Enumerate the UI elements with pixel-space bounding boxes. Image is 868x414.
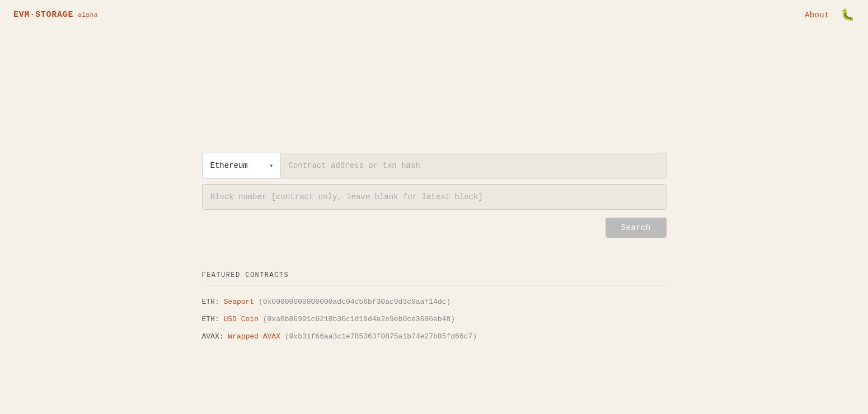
featured-title: FEATURED CONTRACTS — [202, 271, 667, 279]
contract-name-0[interactable]: Seaport — [224, 298, 255, 306]
about-link[interactable]: About — [805, 11, 829, 20]
logo-evm: EVM — [13, 10, 30, 20]
logo-text: EVM·STORAGE — [13, 10, 73, 20]
featured-divider — [202, 285, 667, 285]
network-select-wrapper: Ethereum Avalanche Polygon Binance Smart… — [202, 153, 280, 178]
header-right: About 🐛 — [805, 8, 855, 22]
main-content: Ethereum Avalanche Polygon Binance Smart… — [0, 30, 868, 348]
block-number-input[interactable] — [202, 184, 667, 210]
featured-section: FEATURED CONTRACTS ETH: Seaport (0x00000… — [202, 271, 667, 348]
search-area: Ethereum Avalanche Polygon Binance Smart… — [202, 153, 667, 238]
logo-area: EVM·STORAGE alpha — [13, 10, 98, 20]
header: EVM·STORAGE alpha About 🐛 — [0, 0, 868, 30]
bug-icon[interactable]: 🐛 — [841, 8, 855, 22]
search-button-row: Search — [202, 218, 667, 238]
list-item: ETH: USD Coin (0xa0b86991c6218b36c1d19d4… — [202, 314, 667, 326]
contract-address-0: (0x00000000000000adc04c56bf30ac9d3c0aaf1… — [259, 298, 451, 306]
logo-storage: STORAGE — [35, 10, 73, 20]
search-row-top: Ethereum Avalanche Polygon Binance Smart… — [202, 153, 667, 178]
address-input[interactable] — [280, 153, 667, 178]
contract-chain-2: AVAX: — [202, 332, 228, 341]
list-item: AVAX: Wrapped AVAX (0xb31f66aa3c1e785363… — [202, 331, 667, 343]
contract-chain-1: ETH: — [202, 315, 224, 323]
contract-chain-0: ETH: — [202, 298, 224, 306]
contract-name-2[interactable]: Wrapped AVAX — [228, 332, 280, 341]
list-item: ETH: Seaport (0x00000000000000adc04c56bf… — [202, 297, 667, 308]
logo-separator: · — [30, 10, 35, 20]
search-button[interactable]: Search — [606, 218, 667, 238]
network-select[interactable]: Ethereum Avalanche Polygon Binance Smart… — [202, 153, 280, 178]
contract-name-1[interactable]: USD Coin — [224, 315, 259, 323]
logo-alpha: alpha — [78, 12, 98, 18]
contract-address-1: (0xa0b86991c6218b36c1d19d4a2e9eb0ce3606e… — [263, 315, 455, 323]
contract-address-2: (0xb31f66aa3c1e785363f0875a1b74e27b85fd6… — [285, 332, 477, 341]
